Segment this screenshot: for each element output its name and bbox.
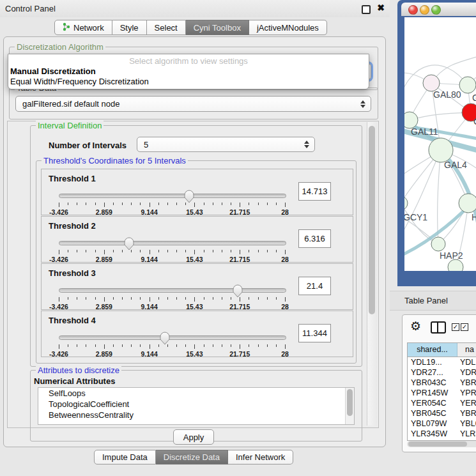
table-cell[interactable]: YDL1 [457, 357, 476, 367]
attributes-list[interactable]: SelfLoopsTopologicalCoefficientBetweenne… [38, 387, 355, 425]
network-node[interactable] [431, 237, 445, 251]
tick-mark [204, 344, 204, 347]
number-of-intervals-combobox[interactable]: 5 [137, 137, 315, 152]
network-canvas[interactable]: GAL80GACGAL11GAL4GCY1HHAP2 [404, 17, 476, 271]
tick-mark [249, 344, 249, 347]
threshold-slider[interactable]: -3.4262.8599.14415.4321.71528 [59, 286, 286, 307]
table-cell[interactable]: YBR045C [408, 408, 457, 418]
scrollbar-thumb[interactable] [347, 389, 353, 416]
bottom-tab-impute-data[interactable]: Impute Data [94, 450, 156, 464]
tab-jactivemnodules[interactable]: jActiveMNodules [249, 20, 327, 35]
list-item[interactable]: SelfLoops [38, 388, 354, 399]
network-edge[interactable] [410, 112, 471, 120]
tick-label: -3.426 [38, 208, 79, 216]
slider-thumb[interactable] [123, 236, 135, 250]
network-window-titlebar[interactable] [401, 3, 476, 16]
slider-track[interactable] [59, 288, 286, 293]
threshold-label: Threshold 3 [49, 268, 96, 278]
checkbox-icon[interactable]: ✓ [461, 323, 468, 331]
threshold-value-field[interactable]: 21.4 [298, 277, 331, 295]
tab-style[interactable]: Style [112, 20, 147, 35]
table-cell[interactable]: YPR145W [408, 388, 457, 398]
traffic-light-minimize-icon[interactable] [420, 5, 429, 15]
table-cell[interactable]: YBR0 [457, 408, 476, 418]
vertical-scrollbar[interactable] [367, 122, 377, 426]
threshold-value-field[interactable]: 11.344 [298, 324, 331, 342]
gear-icon[interactable]: ⚙ [410, 319, 421, 334]
table-data-combobox[interactable]: galFiltered.sif default node [15, 96, 371, 112]
horizontal-scrollbar[interactable] [407, 441, 476, 447]
apply-button[interactable]: Apply [173, 429, 214, 445]
table-cell[interactable]: YPR1 [457, 388, 476, 398]
network-node[interactable] [448, 259, 463, 271]
table-cell[interactable]: YBL079W [408, 418, 457, 429]
threshold-value-field[interactable]: 14.713 [298, 182, 331, 201]
list-item[interactable]: TopologicalCoefficient [38, 399, 354, 410]
tick-mark [150, 344, 150, 349]
close-icon[interactable]: ✖ [377, 3, 385, 13]
slider-thumb[interactable] [183, 189, 195, 203]
table-row[interactable]: YBL079WYBL0 [408, 418, 476, 429]
bottom-tab-infer-network[interactable]: Infer Network [228, 450, 293, 464]
table-row[interactable]: YER054CYER0 [408, 398, 476, 408]
tab-select[interactable]: Select [147, 20, 186, 35]
slider-thumb[interactable] [159, 331, 171, 345]
table-cell[interactable]: YER054C [408, 398, 457, 408]
threshold-slider[interactable]: -3.4262.8599.14415.4321.71528 [59, 191, 286, 213]
scrollbar-thumb[interactable] [408, 441, 467, 447]
slider-track[interactable] [59, 194, 286, 198]
bottom-tab-discretize-data[interactable]: Discretize Data [156, 450, 228, 464]
list-item[interactable]: BetweennessCentrality [38, 410, 354, 420]
table-row[interactable]: YPR145WYPR1 [408, 388, 476, 398]
table-row[interactable]: YBR045CYBR0 [408, 408, 476, 418]
tick-mark [267, 250, 268, 252]
table-cell[interactable]: YER0 [457, 398, 476, 408]
threshold-value-field[interactable]: 6.316 [298, 229, 331, 248]
table-row[interactable]: YDR27...YDR2 [408, 367, 476, 378]
threshold-label: Threshold 1 [49, 174, 96, 183]
table-cell[interactable]: YBR043C [408, 378, 457, 388]
tick-mark [113, 203, 114, 205]
threshold-slider[interactable]: -3.4262.8599.14415.4321.71528 [59, 333, 286, 355]
table-cell[interactable]: YLR345W [408, 429, 457, 439]
tab-network[interactable]: Network [54, 20, 112, 35]
list-scrollbar[interactable] [345, 388, 354, 424]
column-header-name[interactable]: na [457, 343, 476, 357]
network-edge[interactable] [404, 150, 441, 238]
tick-mark [167, 203, 168, 205]
column-header-shared-name[interactable]: shared... [408, 343, 457, 357]
network-node[interactable] [459, 194, 476, 213]
tab-label: Impute Data [102, 452, 148, 462]
network-node[interactable] [429, 138, 453, 162]
popup-option-equal-width[interactable]: Equal Width/Frequency Discretization [10, 77, 149, 86]
table-row[interactable]: YDL19...YDL1 [408, 357, 476, 367]
float-window-icon[interactable] [362, 5, 371, 14]
network-node[interactable] [404, 196, 408, 210]
table-row[interactable]: YLR345WYLR3 [408, 429, 476, 439]
slider-track[interactable] [59, 335, 286, 340]
threshold-box: Threshold 1 -3.4262.8599.14415.4321.7152… [41, 169, 353, 215]
table-cell[interactable]: YDL19... [408, 357, 457, 367]
table-cell[interactable]: YBL0 [457, 418, 476, 429]
threshold-slider[interactable]: -3.4262.8599.14415.4321.71528 [59, 238, 286, 260]
table-row[interactable]: YBR043CYBR0 [408, 378, 476, 388]
table-cell[interactable]: YDR27... [408, 367, 457, 378]
tick-label: 2.859 [84, 208, 125, 216]
slider-track[interactable] [59, 241, 286, 245]
tab-cyni-toolbox[interactable]: Cyni Toolbox [186, 20, 249, 35]
table-cell[interactable]: YBR0 [457, 378, 476, 388]
scrollbar-thumb[interactable] [369, 126, 375, 314]
tick-mark [222, 297, 222, 300]
popup-option-manual[interactable]: Manual Discretization [10, 66, 96, 76]
slider-tick-labels: -3.4262.8599.14415.4321.71528 [59, 303, 285, 311]
traffic-light-close-icon[interactable] [408, 5, 418, 15]
network-node[interactable] [459, 77, 476, 93]
split-view-icon[interactable] [431, 321, 446, 334]
table-cell[interactable]: YDR2 [457, 367, 476, 378]
slider-thumb[interactable] [232, 284, 243, 298]
bottom-tabs: Impute Data Discretize Data Infer Networ… [94, 450, 293, 464]
table-cell[interactable]: YLR3 [457, 429, 476, 439]
checkbox-icon[interactable]: ✓ [452, 323, 459, 331]
algorithm-popup: Select algorithm to view settings Manual… [8, 54, 369, 89]
traffic-light-zoom-icon[interactable] [431, 5, 441, 15]
